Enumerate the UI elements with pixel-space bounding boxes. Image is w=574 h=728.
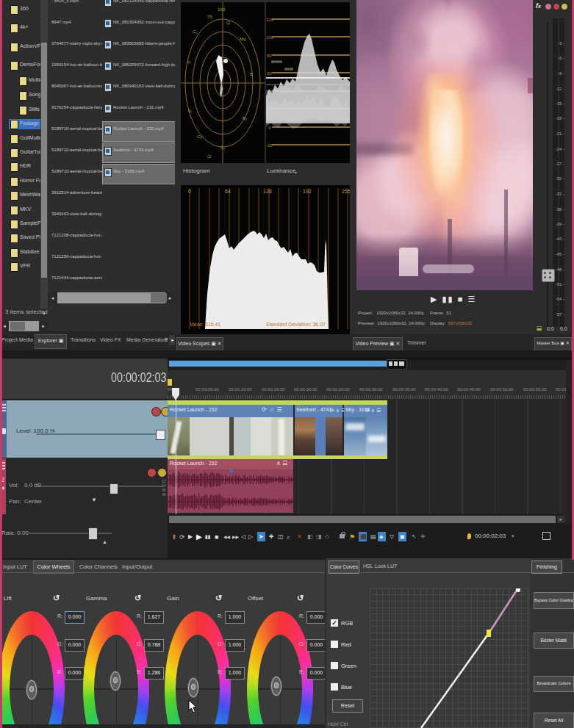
svg-text:(2: (2	[226, 21, 231, 25]
svg-text:-20: -20	[266, 143, 273, 148]
svg-text:120: 120	[266, 18, 274, 22]
svg-text:Standard Deviation: 36.07: Standard Deviation: 36.07	[266, 322, 326, 327]
svg-text:0: 0	[188, 189, 191, 194]
svg-text:C₂: C₂	[193, 29, 198, 34]
svg-text:Mean: 116.41: Mean: 116.41	[190, 322, 220, 327]
svg-text:Cy: Cy	[197, 134, 202, 139]
svg-text:B: B	[250, 72, 253, 76]
svg-text:64: 64	[225, 189, 231, 194]
svg-text:192: 192	[303, 189, 312, 194]
svg-text:255: 255	[342, 189, 350, 194]
svg-text:75: 75	[207, 15, 212, 19]
svg-text:100: 100	[266, 35, 274, 40]
svg-text:B₂: B₂	[243, 116, 248, 120]
svg-text:100: 100	[218, 7, 226, 12]
svg-text:C₁: C₁	[220, 145, 225, 150]
svg-text:128: 128	[263, 189, 272, 194]
svg-text:0: 0	[268, 126, 271, 130]
svg-text:80: 80	[267, 54, 272, 58]
svg-text:Yl: Yl	[187, 60, 190, 65]
svg-text:(2: (2	[207, 154, 212, 159]
svg-text:G: G	[188, 109, 192, 113]
svg-text:60: 60	[267, 71, 272, 76]
svg-text:Mg: Mg	[240, 37, 245, 41]
